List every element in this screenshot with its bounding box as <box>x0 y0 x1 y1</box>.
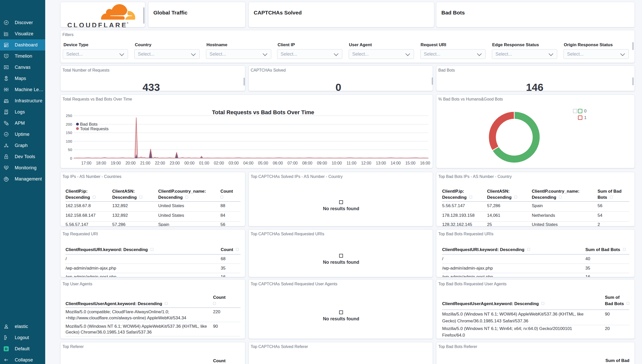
svg-text:19:00: 19:00 <box>111 161 121 165</box>
svg-text:04:00: 04:00 <box>243 161 253 165</box>
svg-text:17:00: 17:00 <box>81 161 91 165</box>
svg-text:01:00: 01:00 <box>199 161 209 165</box>
svg-text:1: 1 <box>584 115 586 120</box>
svg-text:12:00: 12:00 <box>361 161 371 165</box>
svg-text:16:00: 16:00 <box>420 161 430 165</box>
svg-text:03:00: 03:00 <box>229 161 239 165</box>
svg-text:Bad Bots: Bad Bots <box>80 122 98 127</box>
svg-text:0: 0 <box>584 109 586 113</box>
svg-text:50: 50 <box>68 147 72 152</box>
svg-text:200: 200 <box>66 122 72 126</box>
svg-text:13:00: 13:00 <box>376 161 386 165</box>
svg-text:21:00: 21:00 <box>140 161 150 165</box>
svg-text:08:00: 08:00 <box>302 161 312 165</box>
svg-text:Total Requests: Total Requests <box>80 126 108 131</box>
svg-text:0: 0 <box>70 156 72 160</box>
svg-text:02:00: 02:00 <box>214 161 224 165</box>
svg-text:150: 150 <box>66 130 72 135</box>
svg-text:Total Requests vs Bad Bots Ove: Total Requests vs Bad Bots Over Time <box>212 109 314 115</box>
svg-text:09:00: 09:00 <box>317 161 327 165</box>
svg-text:06:00: 06:00 <box>273 161 283 165</box>
svg-text:23:00: 23:00 <box>170 161 180 165</box>
svg-text:18:00: 18:00 <box>96 161 106 165</box>
svg-text:15:00: 15:00 <box>405 161 415 165</box>
svg-text:14:00: 14:00 <box>391 161 401 165</box>
svg-text:®: ® <box>127 22 129 24</box>
svg-text:CLOUDFLARE: CLOUDFLARE <box>67 21 126 27</box>
svg-text:10:00: 10:00 <box>332 161 342 165</box>
svg-text:11:00: 11:00 <box>347 161 357 165</box>
svg-text:05:00: 05:00 <box>258 161 268 165</box>
svg-text:D: D <box>5 347 7 351</box>
svg-text:250: 250 <box>66 113 72 118</box>
svg-text:00:00: 00:00 <box>184 161 195 165</box>
svg-text:22:00: 22:00 <box>155 161 165 165</box>
svg-text:07:00: 07:00 <box>287 161 298 165</box>
svg-text:100: 100 <box>66 139 72 143</box>
svg-text:20:00: 20:00 <box>125 161 136 165</box>
